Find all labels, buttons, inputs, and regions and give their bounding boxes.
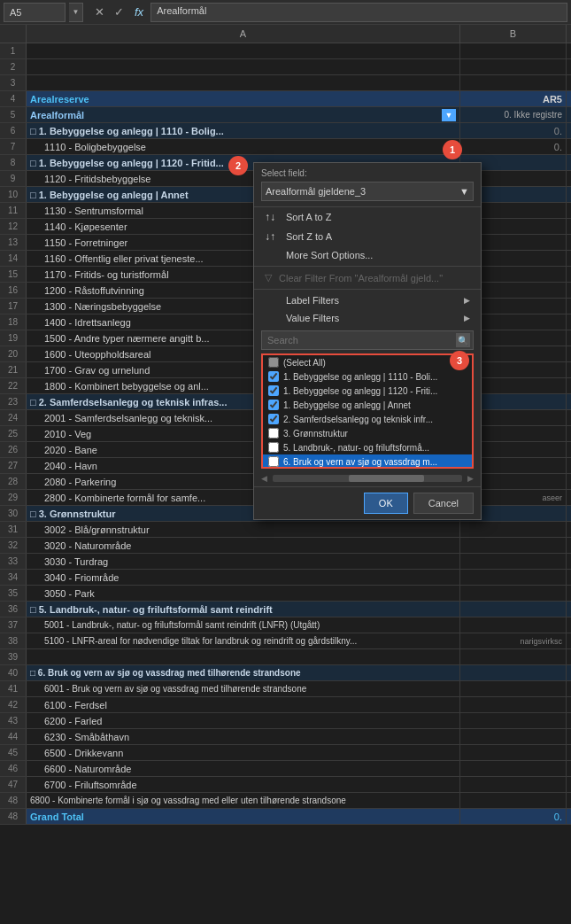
cell-b47[interactable] (460, 777, 567, 792)
check-item-2[interactable]: 1. Bebyggelse og anlegg | Annet (263, 398, 472, 412)
cell-a35[interactable]: 3050 - Park (27, 586, 460, 601)
confirm-formula-button[interactable]: ✓ (110, 4, 127, 21)
checkbox-5[interactable] (268, 442, 279, 453)
value-filters-item[interactable]: Value Filters ▶ (254, 309, 481, 327)
cell-a42[interactable]: 6100 - Ferdsel (27, 697, 460, 712)
arealformaal-label: Arealformål (30, 110, 84, 120)
cell-b40[interactable] (460, 665, 567, 680)
horizontal-scrollbar[interactable] (273, 475, 462, 482)
cell-a5[interactable]: Arealformål ▼ (27, 107, 460, 122)
scroll-right-btn[interactable]: ▶ (467, 474, 474, 483)
cell-a37[interactable]: 5001 - Landbruk-, natur- og friluftsform… (27, 617, 460, 633)
cell-ref-dropdown[interactable]: ▼ (69, 3, 83, 22)
cell-b36[interactable] (460, 602, 567, 617)
cell-a31[interactable]: 3002 - Blå/grønnstruktur (27, 522, 460, 537)
check-item-0[interactable]: 1. Bebyggelse og anlegg | 1110 - Boli... (263, 369, 472, 384)
label-filters-arrow: ▶ (464, 296, 470, 305)
cell-b48[interactable] (460, 793, 567, 808)
cell-a46[interactable]: 6600 - Naturområde (27, 761, 460, 776)
row-number: 21 (0, 362, 27, 377)
cell-a2[interactable] (27, 59, 460, 74)
cell-a-total[interactable]: Grand Total (27, 809, 460, 824)
ok-button[interactable]: OK (364, 493, 408, 514)
label-filters-item[interactable]: Label Filters ▶ (254, 291, 481, 309)
col-header-a: A (27, 25, 460, 43)
cell-a41[interactable]: 6001 - Bruk og vern av sjø og vassdrag m… (27, 681, 460, 696)
cancel-button[interactable]: Cancel (413, 493, 474, 514)
cell-b35[interactable] (460, 586, 567, 601)
cell-a43[interactable]: 6200 - Farled (27, 713, 460, 728)
cell-a39[interactable] (27, 649, 460, 664)
checkbox-0[interactable] (268, 371, 279, 382)
cell-b2[interactable] (460, 59, 567, 74)
checkbox-1[interactable] (268, 385, 279, 396)
cell-b5[interactable]: 0. Ikke registre (460, 107, 567, 122)
search-button[interactable]: 🔍 (456, 333, 470, 347)
cell-b45[interactable] (460, 745, 567, 760)
cell-b43[interactable] (460, 713, 567, 728)
cell-b6[interactable]: 0. (460, 123, 567, 138)
check-item-5[interactable]: 5. Landbruk-, natur- og friluftsformå... (263, 440, 472, 454)
cell-a44[interactable]: 6230 - Småbåthavn (27, 729, 460, 744)
cell-a47[interactable]: 6700 - Friluftsområde (27, 777, 460, 792)
cell-b1[interactable] (460, 43, 567, 58)
clear-filter-item[interactable]: ▽ Clear Filter From "Arealformål gjeld..… (254, 268, 481, 287)
cell-a7[interactable]: 1110 - Boligbebyggelse (27, 139, 460, 154)
arealreserve-label: Arealreserve (30, 94, 89, 105)
cell-a45[interactable]: 6500 - Drikkevann (27, 745, 460, 760)
cell-b46[interactable] (460, 761, 567, 776)
cell-a6[interactable]: □ 1. Bebyggelse og anlegg | 1110 - Bolig… (27, 123, 460, 138)
cell-b3[interactable] (460, 75, 567, 90)
cancel-formula-button[interactable]: ✕ (90, 4, 108, 21)
check-item-1-label: 1. Bebyggelse og anlegg | 1120 - Friti..… (283, 386, 437, 396)
cell-b42[interactable] (460, 697, 567, 712)
cell-b34[interactable] (460, 570, 567, 585)
cell-a34[interactable]: 3040 - Friområde (27, 570, 460, 585)
more-sort-item[interactable]: More Sort Options... (254, 246, 481, 264)
checkbox-2[interactable] (268, 400, 279, 410)
table-row: 1 (0, 43, 571, 59)
formula-input[interactable]: Arealformål (150, 3, 567, 22)
check-item-3[interactable]: 2. Samferdselsanlegg og teknisk infr... (263, 412, 472, 426)
checkbox-6[interactable] (268, 456, 279, 467)
row-number: 41 (0, 681, 27, 696)
cell-b41[interactable] (460, 681, 567, 696)
row-number: 48 (0, 809, 27, 824)
sort-za-item[interactable]: ↓↑ Sort Z to A (254, 227, 481, 246)
check-item-all[interactable]: (Select All) (263, 355, 472, 369)
cell-b38[interactable]: narigsvirksc (460, 633, 567, 648)
check-item-4[interactable]: 3. Grønnstruktur (263, 426, 472, 440)
cell-a32[interactable]: 3020 - Naturområde (27, 538, 460, 553)
checkbox-all[interactable] (268, 357, 279, 368)
check-item-6[interactable]: 6. Bruk og vern av sjø og vassdrag m... (263, 454, 472, 469)
cell-b31[interactable] (460, 522, 567, 537)
cell-b4[interactable]: AR5 (460, 91, 567, 106)
cell-b-total[interactable]: 0. (460, 809, 567, 824)
cell-a40[interactable]: □ 6. Bruk og vern av sjø og vassdrag med… (27, 665, 460, 680)
cell-b37[interactable] (460, 617, 567, 633)
cell-a3[interactable] (27, 75, 460, 90)
cell-b32[interactable] (460, 538, 567, 553)
scroll-left-btn[interactable]: ◀ (261, 474, 267, 483)
cell-a38[interactable]: 5100 - LNFR-areal for nødvendige tiltak … (27, 633, 460, 648)
cell-a48[interactable]: 6800 - Kombinerte formål i sjø og vassdr… (27, 793, 460, 808)
cell-a4[interactable]: Arealreserve (27, 91, 460, 106)
search-input[interactable] (261, 330, 474, 350)
row-number: 23 (0, 394, 27, 409)
cell-b44[interactable] (460, 729, 567, 744)
check-item-1[interactable]: 1. Bebyggelse og anlegg | 1120 - Friti..… (263, 384, 472, 398)
table-row: 44 6230 - Småbåthavn (0, 729, 571, 745)
filter-dropdown-button[interactable]: ▼ (442, 109, 456, 121)
field-select[interactable]: Arealformål gjeldene_3 ▼ (261, 182, 474, 201)
cell-a33[interactable]: 3030 - Turdrag (27, 554, 460, 569)
cell-reference[interactable]: A5 (4, 3, 66, 22)
sort-az-item[interactable]: ↑↓ Sort A to Z (254, 207, 481, 227)
cell-b39[interactable] (460, 649, 567, 664)
checkbox-3[interactable] (268, 414, 279, 424)
cell-b33[interactable] (460, 554, 567, 569)
checkbox-4[interactable] (268, 428, 279, 439)
table-row: 32 3020 - Naturområde (0, 538, 571, 554)
cell-a1[interactable] (27, 43, 460, 58)
cell-a36[interactable]: □ 5. Landbruk-, natur- og friluftsformål… (27, 602, 460, 617)
cell-b7[interactable]: 0. (460, 139, 567, 154)
